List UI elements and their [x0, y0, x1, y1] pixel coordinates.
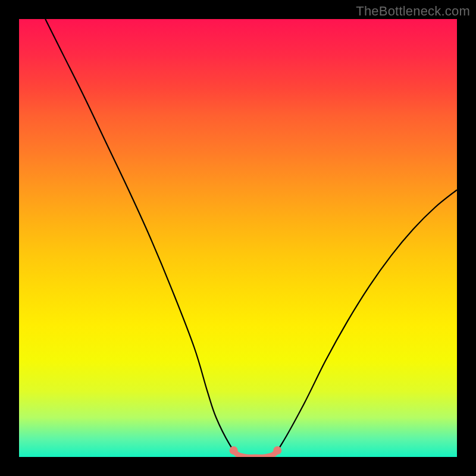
watermark-text: TheBottleneck.com [356, 4, 470, 19]
chart-container: TheBottleneck.com [0, 0, 476, 476]
curve-svg [19, 19, 457, 457]
highlight-endpoint-right [273, 446, 281, 455]
bottleneck-curve [45, 19, 457, 457]
highlight-endpoint-left [230, 446, 238, 455]
plot-area [19, 19, 457, 457]
optimal-highlight [234, 450, 278, 457]
